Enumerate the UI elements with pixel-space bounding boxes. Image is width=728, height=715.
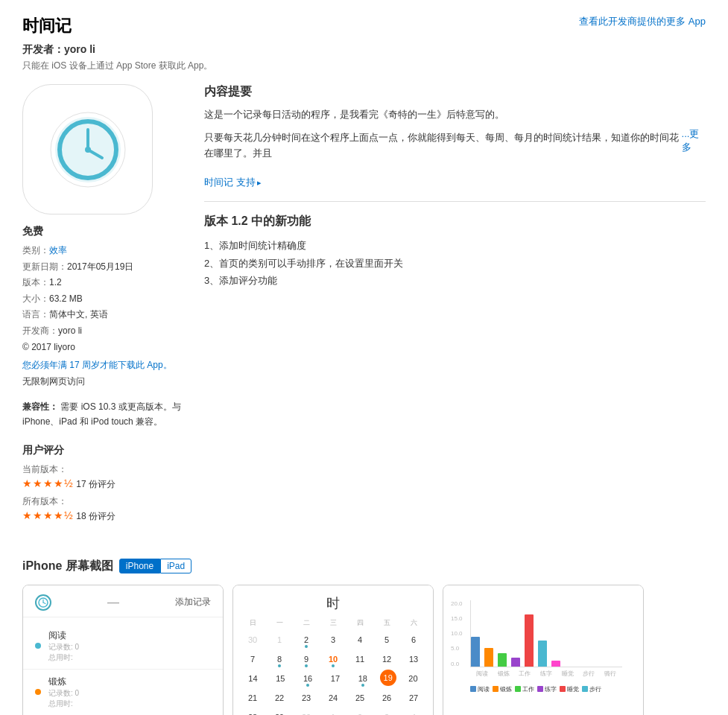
svg-point-5 <box>85 147 91 153</box>
device-tabs: iPhone iPad <box>119 559 192 573</box>
ss1-item-read: 阅读 记录数: 0总用时: <box>23 623 223 670</box>
main-content: 免费 类别：效率 更新日期：2017年05月19日 版本：1.2 大小：63.2… <box>22 84 706 523</box>
developer2-value: yoro li <box>58 325 82 336</box>
screenshot-3: 20.0 15.0 10.0 5.0 0.0 <box>443 585 644 715</box>
svg-line-8 <box>43 603 45 604</box>
ios-only-text: 只能在 iOS 设备上通过 App Store 获取此 App。 <box>22 60 706 72</box>
size-value: 63.2 MB <box>49 293 83 304</box>
ratings-title: 用户评分 <box>22 444 186 457</box>
left-panel: 免费 类别：效率 更新日期：2017年05月19日 版本：1.2 大小：63.2… <box>22 84 186 523</box>
category-link[interactable]: 效率 <box>49 245 67 255</box>
screenshots-section: iPhone 屏幕截图 iPhone iPad <box>22 559 706 715</box>
current-version-label: 当前版本： <box>22 463 186 476</box>
compatibility-section: 兼容性： 需要 iOS 10.3 或更高版本。与 iPhone、iPad 和 i… <box>22 400 186 428</box>
version-value: 1.2 <box>49 277 62 287</box>
ss1-add: 添加记录 <box>175 596 211 608</box>
right-panel: 内容提要 这是一个记录每日活动的程序，是我看完《奇特的一生》后特意写的。 只要每… <box>204 84 706 523</box>
desc-row: 只要每天花几分钟时间在这个程序上面点一点，你就能得到每天、每周、每月的时间统计结… <box>204 130 706 169</box>
iphone-tab[interactable]: iPhone <box>119 559 160 573</box>
all-count: 18 份评分 <box>76 511 115 521</box>
ss1-item-exercise: 锻炼 记录数: 0总用时: <box>23 670 223 715</box>
developer2-label: 开发商： <box>22 325 58 336</box>
whats-new-item-1: 1、添加时间统计精确度 <box>204 237 706 254</box>
current-count: 17 份评分 <box>76 479 115 489</box>
current-stars-row: ★★★★½ 17 份评分 <box>22 477 186 491</box>
ss1-clock-icon <box>35 594 51 611</box>
ss1-item-list: 阅读 记录数: 0总用时: 锻炼 记录数: 0总用时: <box>23 617 223 715</box>
app-title: 时间记 <box>22 15 72 37</box>
whats-new-item-3: 3、添加评分功能 <box>204 272 706 289</box>
size-label: 大小： <box>22 293 49 304</box>
meta-info: 类别：效率 更新日期：2017年05月19日 版本：1.2 大小：63.2 MB… <box>22 243 186 355</box>
category-label: 类别： <box>22 245 49 255</box>
all-stars: ★★★★½ <box>22 509 74 521</box>
screenshots-title: iPhone 屏幕截图 <box>22 559 113 574</box>
language-value: 简体中文, 英语 <box>49 309 108 320</box>
whats-new-text: 1、添加时间统计精确度 2、首页的类别可以手动排序，在设置里面开关 3、添加评分… <box>204 237 706 289</box>
all-stars-row: ★★★★½ 18 份评分 <box>22 509 186 523</box>
page-header: 时间记 查看此开发商提供的更多 App <box>22 15 706 37</box>
ipad-tab[interactable]: iPad <box>160 559 192 573</box>
screenshot-2: 时 日 一 二 三 四 五 六 30 <box>232 585 434 715</box>
more-link[interactable]: ...更多 <box>682 127 706 154</box>
support-link[interactable]: 时间记 支持 <box>204 176 262 189</box>
version-label: 版本： <box>22 277 49 287</box>
rating-section: 用户评分 当前版本： ★★★★½ 17 份评分 所有版本： ★★★★½ 18 份… <box>22 444 186 523</box>
description1: 这是一个记录每日活动的程序，是我看完《奇特的一生》后特意写的。 <box>204 107 706 123</box>
age-restriction-link[interactable]: 您必须年满 17 周岁才能下载此 App。 <box>22 358 186 372</box>
ss2-title: 时 <box>239 594 427 612</box>
current-stars: ★★★★½ <box>22 477 74 489</box>
language-label: 语言： <box>22 309 49 320</box>
description2: 只要每天花几分钟时间在这个程序上面点一点，你就能得到每天、每周、每月的时间统计结… <box>204 130 682 162</box>
compat-title: 兼容性： <box>22 401 58 412</box>
screenshots-container: — 添加记录 阅读 记录数: 0总用时: <box>22 585 706 715</box>
all-versions-label: 所有版本： <box>22 495 186 508</box>
content-section-title: 内容提要 <box>204 84 706 100</box>
no-limit-text: 无限制网页访问 <box>22 375 186 388</box>
ss3-chart-area: 20.0 15.0 10.0 5.0 0.0 <box>449 594 637 693</box>
screenshot-1: — 添加记录 阅读 记录数: 0总用时: <box>22 585 224 715</box>
whats-new-title: 版本 1.2 中的新功能 <box>204 214 706 229</box>
divider <box>204 201 706 202</box>
whats-new-item-2: 2、首页的类别可以手动排序，在设置里面开关 <box>204 255 706 272</box>
ss1-dash: — <box>107 596 119 609</box>
developer-label: 开发者：yoro li <box>22 43 706 57</box>
price-tag: 免费 <box>22 225 186 238</box>
copyright: © 2017 liyoro <box>22 340 186 356</box>
updated-label: 更新日期： <box>22 261 67 272</box>
screenshots-header: iPhone 屏幕截图 iPhone iPad <box>22 559 706 574</box>
app-icon <box>22 84 153 214</box>
updated-value: 2017年05月19日 <box>67 261 133 272</box>
developer-more-link[interactable]: 查看此开发商提供的更多 App <box>579 15 706 28</box>
ss2-calendar: 日 一 二 三 四 五 六 30 1 2 <box>239 618 427 715</box>
